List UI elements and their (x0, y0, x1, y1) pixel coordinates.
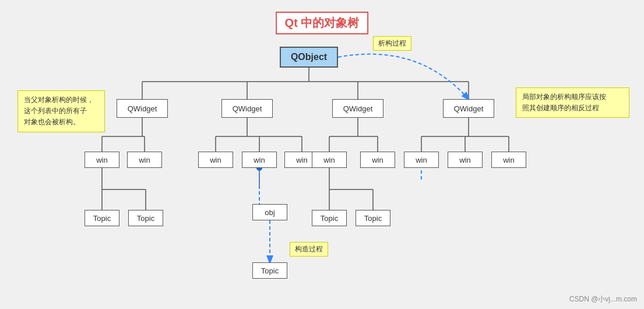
node-win9: win (448, 152, 483, 168)
callout-right: 局部对象的析构顺序应该按 照其创建顺序的相反过程 (516, 87, 629, 118)
node-qwidget3: QWidget (332, 99, 383, 118)
node-topic1: Topic (85, 210, 119, 226)
node-win2: win (127, 152, 162, 168)
node-obj: obj (252, 204, 287, 220)
node-topic5: Topic (252, 262, 287, 279)
node-win8: win (404, 152, 439, 168)
node-qwidget2: QWidget (221, 99, 273, 118)
node-win7: win (360, 152, 395, 168)
node-qwidget4: QWidget (443, 99, 494, 118)
page-title: Qt 中的对象树 (276, 12, 369, 34)
node-win3: win (198, 152, 233, 168)
node-qwidget1: QWidget (117, 99, 168, 118)
node-qobject: QObject (280, 47, 338, 68)
canvas: Qt 中的对象树 (0, 0, 644, 309)
callout-construct: 构造过程 (290, 242, 328, 257)
callout-destruct: 析构过程 (373, 36, 411, 51)
node-topic4: Topic (356, 210, 390, 226)
watermark: CSDN @小vj...m.com (569, 294, 637, 304)
node-topic2: Topic (128, 210, 163, 226)
node-win6: win (312, 152, 347, 168)
callout-left: 当父对象析构的时候， 这个列表中的所有子 对象也会被析构。 (17, 90, 105, 132)
node-win1: win (85, 152, 119, 168)
node-win4: win (242, 152, 277, 168)
node-topic3: Topic (312, 210, 347, 226)
node-win10: win (491, 152, 526, 168)
